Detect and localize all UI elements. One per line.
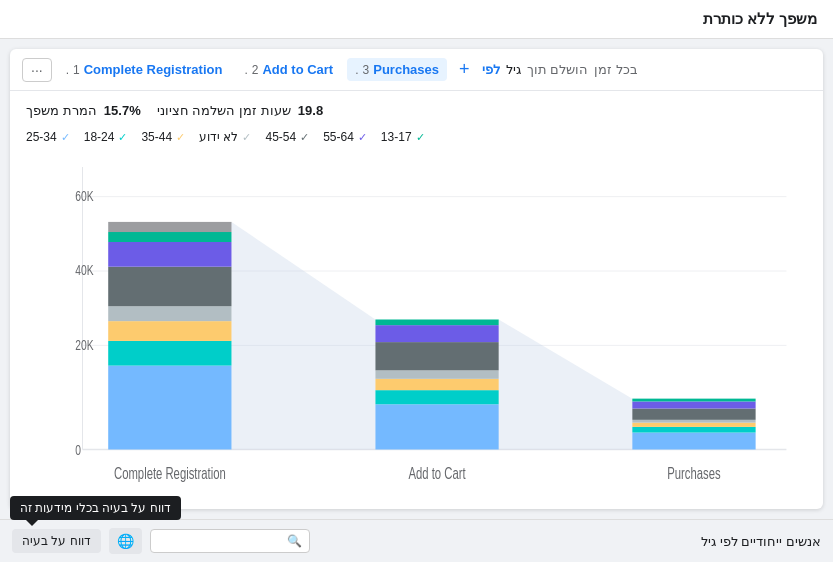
page-title: משפך ללא כותרת <box>703 10 817 28</box>
legend-unknown[interactable]: ✓ לא ידוע <box>199 130 251 144</box>
svg-rect-12 <box>108 306 231 321</box>
report-issue-button[interactable]: דווח על בעיה <box>12 529 101 553</box>
svg-rect-27 <box>632 420 755 423</box>
svg-rect-11 <box>108 321 231 341</box>
bottom-bar: דווח על בעיה בכלי מידעות זה אנשים ייחודי… <box>0 519 833 562</box>
legend-check-35-44: ✓ <box>176 131 185 144</box>
tab-cart-label: Add to Cart <box>262 62 333 77</box>
tab-add-to-cart[interactable]: Add to Cart 2 . <box>236 58 341 81</box>
legend-25-34[interactable]: ✓ 25-34 <box>26 130 70 144</box>
funnel-chart: 0 20K 40K 60K <box>26 152 807 509</box>
svg-rect-16 <box>108 222 231 232</box>
svg-rect-30 <box>632 399 755 402</box>
legend-label-unknown: לא ידוע <box>199 130 238 144</box>
time-stat: 19.8 שעות זמן השלמה חציוני <box>157 103 323 118</box>
completion-filter[interactable]: הושלם תוך <box>527 62 589 77</box>
legend-18-24[interactable]: ✓ 18-24 <box>84 130 128 144</box>
svg-rect-9 <box>108 366 231 450</box>
svg-rect-22 <box>375 325 498 342</box>
svg-rect-18 <box>375 390 498 404</box>
svg-rect-26 <box>632 423 755 427</box>
legend-label-13-17: 13-17 <box>381 130 412 144</box>
more-options-button[interactable]: ··· <box>22 58 52 82</box>
globe-button[interactable]: 🌐 <box>109 528 142 554</box>
svg-text:Add to Cart: Add to Cart <box>408 464 465 483</box>
search-wrapper: 🔍 <box>150 529 310 553</box>
legend-check-unknown: ✓ <box>242 131 251 144</box>
svg-rect-29 <box>632 401 755 408</box>
legend-row: ✓ 25-34 ✓ 18-24 ✓ 35-44 ✓ לא ידוע ✓ 45 <box>26 126 807 152</box>
svg-rect-19 <box>375 379 498 390</box>
svg-rect-14 <box>108 242 231 267</box>
tab-complete-number: 1 <box>73 63 80 77</box>
legend-label-55-64: 55-64 <box>323 130 354 144</box>
svg-text:Purchases: Purchases <box>667 464 720 483</box>
svg-rect-21 <box>375 342 498 370</box>
legend-35-44[interactable]: ✓ 35-44 <box>141 130 185 144</box>
svg-rect-10 <box>108 341 231 366</box>
svg-rect-17 <box>375 404 498 449</box>
chart-container: 0 20K 40K 60K <box>26 152 807 509</box>
conversion-value: 15.7% <box>104 103 141 118</box>
legend-45-54[interactable]: ✓ 45-54 <box>265 130 309 144</box>
conversion-stat: 15.7% המרת משפך <box>26 103 141 118</box>
tab-cart-number: 2 <box>252 63 259 77</box>
tab-purchases-number: 3 <box>363 63 370 77</box>
bottom-right-label: אנשים ייחודיים לפי גיל <box>701 534 821 549</box>
filter-label: לפי <box>482 62 500 77</box>
legend-13-17[interactable]: ✓ 13-17 <box>381 130 425 144</box>
svg-rect-23 <box>375 319 498 325</box>
legend-check-55-64: ✓ <box>358 131 367 144</box>
tab-purchases[interactable]: Purchases 3 . <box>347 58 447 81</box>
legend-55-64[interactable]: ✓ 55-64 <box>323 130 367 144</box>
add-tab-button[interactable]: + <box>453 57 476 82</box>
main-card: ··· Complete Registration 1 . Add to Car… <box>10 49 823 509</box>
svg-rect-25 <box>632 427 755 433</box>
tab-dot-1: . <box>66 63 69 77</box>
tab-dot-3: . <box>355 63 358 77</box>
svg-rect-24 <box>632 433 755 450</box>
tooltip-bubble: דווח על בעיה בכלי מידעות זה <box>10 496 181 520</box>
svg-rect-28 <box>632 409 755 420</box>
legend-check-13-17: ✓ <box>416 131 425 144</box>
all-time-filter[interactable]: בכל זמן <box>594 62 638 77</box>
page-wrapper: משפך ללא כותרת ··· Complete Registration… <box>0 0 833 562</box>
tab-bar: ··· Complete Registration 1 . Add to Car… <box>10 49 823 91</box>
svg-rect-20 <box>375 370 498 378</box>
stats-row: 15.7% המרת משפך 19.8 שעות זמן השלמה חציו… <box>26 99 807 126</box>
legend-check-45-54: ✓ <box>300 131 309 144</box>
legend-check-18-24: ✓ <box>118 131 127 144</box>
svg-text:40K: 40K <box>75 261 94 278</box>
age-filter[interactable]: גיל <box>506 62 521 77</box>
legend-check-25-34: ✓ <box>61 131 70 144</box>
conversion-label: המרת משפך <box>26 103 97 118</box>
svg-text:60K: 60K <box>75 187 94 204</box>
bottom-left-controls: דווח על בעיה 🌐 🔍 <box>12 528 310 554</box>
tab-complete-registration[interactable]: Complete Registration 1 . <box>58 58 231 81</box>
svg-marker-31 <box>232 222 376 450</box>
svg-rect-13 <box>108 267 231 307</box>
svg-rect-15 <box>108 232 231 242</box>
tab-purchases-label: Purchases <box>373 62 439 77</box>
legend-label-18-24: 18-24 <box>84 130 115 144</box>
svg-text:20K: 20K <box>75 336 94 353</box>
svg-text:Complete Registration: Complete Registration <box>114 464 226 483</box>
search-input[interactable] <box>150 529 310 553</box>
legend-label-35-44: 35-44 <box>141 130 172 144</box>
svg-text:0: 0 <box>75 441 81 458</box>
top-bar: משפך ללא כותרת <box>0 0 833 39</box>
tab-complete-label: Complete Registration <box>84 62 223 77</box>
tab-dot-2: . <box>244 63 247 77</box>
legend-label-45-54: 45-54 <box>265 130 296 144</box>
svg-marker-32 <box>499 319 633 449</box>
search-icon: 🔍 <box>287 534 302 548</box>
chart-area: 15.7% המרת משפך 19.8 שעות זמן השלמה חציו… <box>10 91 823 509</box>
time-value: 19.8 <box>298 103 323 118</box>
time-label: שעות זמן השלמה חציוני <box>157 103 291 118</box>
legend-label-25-34: 25-34 <box>26 130 57 144</box>
